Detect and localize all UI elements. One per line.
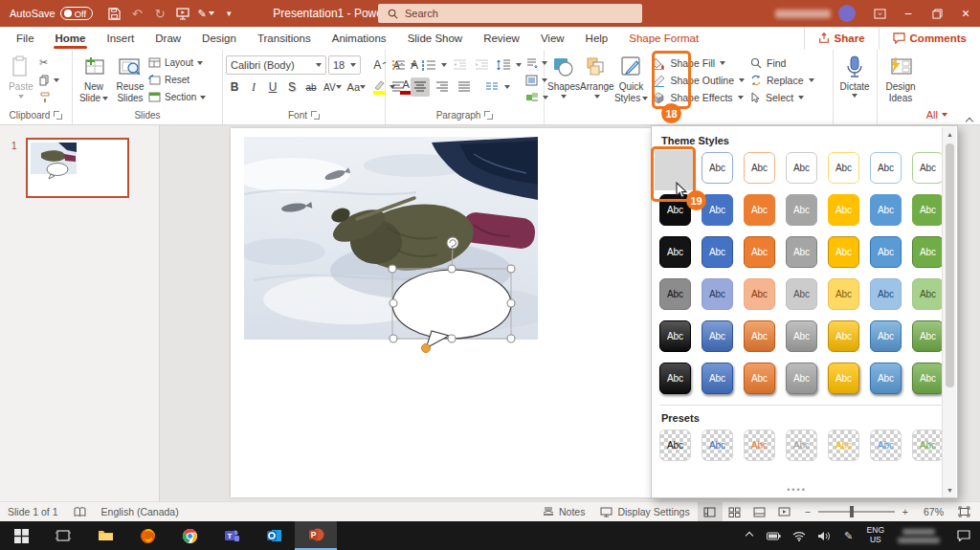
line-spacing-button[interactable]: [494, 55, 513, 75]
slide-sorter-view-button[interactable]: [723, 502, 747, 522]
pen-tool-button[interactable]: ✎: [194, 0, 217, 27]
slide-thumbnail[interactable]: [26, 138, 129, 198]
spell-check-button[interactable]: [66, 502, 94, 521]
theme-style-swatch[interactable]: Abc: [786, 320, 817, 352]
bullets-button[interactable]: [389, 55, 408, 75]
gallery-filter-all[interactable]: All: [926, 109, 947, 121]
task-view-button[interactable]: [42, 521, 84, 550]
theme-style-swatch[interactable]: Abc: [744, 194, 775, 226]
tab-draw[interactable]: Draw: [145, 27, 191, 50]
slideshow-view-button[interactable]: [772, 502, 797, 522]
notes-button[interactable]: Notes: [535, 506, 592, 517]
slide-count[interactable]: Slide 1 of 1: [0, 502, 66, 521]
theme-style-swatch[interactable]: Abc: [828, 236, 859, 268]
ribbon-display-options-button[interactable]: [865, 0, 894, 27]
new-slide-button[interactable]: New Slide: [76, 52, 112, 107]
close-button[interactable]: ×: [951, 0, 980, 27]
start-from-beginning-button[interactable]: [171, 0, 194, 27]
tab-insert[interactable]: Insert: [96, 27, 145, 50]
comments-button[interactable]: Comments: [879, 27, 980, 50]
scroll-down-button[interactable]: ▼: [944, 484, 956, 496]
font-size-combo[interactable]: 18: [328, 55, 361, 75]
theme-style-swatch[interactable]: Abc: [828, 194, 859, 226]
theme-style-swatch[interactable]: Abc: [828, 363, 859, 394]
quick-styles-button[interactable]: Quick Styles: [614, 52, 649, 107]
theme-style-swatch[interactable]: Abc: [870, 320, 902, 352]
theme-style-swatch[interactable]: Abc: [870, 278, 902, 310]
fit-to-window-button[interactable]: [951, 502, 976, 522]
preset-style-swatch[interactable]: Abc: [828, 429, 859, 461]
tab-home[interactable]: Home: [45, 27, 97, 50]
normal-view-button[interactable]: [698, 502, 723, 522]
theme-style-swatch[interactable]: Abc: [786, 152, 817, 184]
preset-style-swatch[interactable]: Abc: [702, 429, 733, 461]
battery-icon[interactable]: [762, 521, 787, 550]
minimize-button[interactable]: –: [894, 0, 923, 27]
volume-icon[interactable]: [812, 521, 836, 550]
font-family-combo[interactable]: Calibri (Body): [226, 55, 326, 75]
italic-button[interactable]: I: [245, 77, 262, 97]
numbering-button[interactable]: [419, 55, 438, 75]
language-indicator[interactable]: ENG US: [861, 526, 890, 545]
tab-transitions[interactable]: Transitions: [247, 27, 322, 50]
tab-animations[interactable]: Animations: [322, 27, 397, 50]
select-button[interactable]: Select: [750, 90, 814, 105]
preset-style-swatch[interactable]: Abc: [744, 429, 775, 461]
section-button[interactable]: Section: [148, 90, 206, 104]
font-dialog-launcher[interactable]: [311, 111, 320, 120]
theme-style-swatch[interactable]: Abc: [912, 363, 944, 394]
replace-button[interactable]: Replace: [750, 73, 814, 88]
theme-style-swatch[interactable]: Abc: [702, 320, 733, 352]
theme-style-swatch[interactable]: Abc: [870, 194, 902, 226]
chrome-button[interactable]: [168, 521, 211, 550]
zoom-out-button[interactable]: −: [797, 506, 813, 517]
theme-style-swatch[interactable]: Abc: [912, 194, 944, 226]
dictate-button[interactable]: Dictate: [836, 52, 873, 107]
align-right-button[interactable]: [433, 77, 452, 97]
preset-style-swatch[interactable]: Abc: [870, 429, 902, 461]
action-center-button[interactable]: [947, 521, 980, 550]
snow-photo[interactable]: [244, 137, 538, 340]
layout-button[interactable]: Layout: [148, 55, 206, 70]
tab-help[interactable]: Help: [575, 27, 619, 50]
strikethrough-button[interactable]: ab: [302, 77, 320, 97]
file-explorer-button[interactable]: [84, 521, 126, 550]
theme-style-swatch[interactable]: Abc: [702, 363, 733, 394]
theme-style-swatch[interactable]: Abc: [744, 152, 775, 184]
pen-tray-icon[interactable]: ✎: [836, 521, 861, 550]
save-button[interactable]: [102, 0, 125, 27]
tab-design[interactable]: Design: [191, 27, 247, 50]
theme-style-swatch[interactable]: Abc: [786, 278, 817, 310]
theme-style-swatch[interactable]: Abc: [912, 320, 944, 352]
theme-style-swatch[interactable]: Abc: [786, 236, 817, 268]
share-button[interactable]: Share: [804, 27, 879, 50]
display-settings-button[interactable]: Display Settings: [592, 506, 697, 517]
theme-style-swatch[interactable]: Abc: [659, 278, 691, 310]
change-case-button[interactable]: Aa: [345, 77, 368, 97]
align-left-button[interactable]: [389, 77, 408, 97]
theme-style-swatch[interactable]: Abc: [659, 236, 691, 268]
theme-style-swatch[interactable]: Abc: [786, 363, 817, 394]
preset-style-swatch[interactable]: Abc: [786, 429, 817, 461]
tab-file[interactable]: File: [6, 27, 45, 50]
zoom-slider[interactable]: [818, 511, 895, 513]
autosave-control[interactable]: AutoSave Off: [10, 7, 93, 20]
scrollbar-thumb[interactable]: [946, 143, 954, 387]
tray-expand-button[interactable]: [737, 521, 762, 550]
customize-qat-button[interactable]: ▾: [217, 0, 240, 27]
find-button[interactable]: Find: [750, 55, 814, 71]
theme-style-swatch[interactable]: Abc: [786, 194, 817, 226]
gallery-scrollbar[interactable]: ▲ ▼: [942, 127, 956, 497]
tab-slide-show[interactable]: Slide Show: [397, 27, 474, 50]
underline-button[interactable]: U: [264, 77, 281, 97]
theme-style-swatch[interactable]: Abc: [659, 320, 691, 352]
outlook-button[interactable]: [253, 521, 295, 550]
start-button[interactable]: [0, 521, 42, 550]
restore-button[interactable]: [923, 0, 951, 27]
autosave-toggle[interactable]: Off: [60, 7, 94, 20]
theme-style-swatch[interactable]: Abc: [828, 320, 859, 352]
cut-button[interactable]: ✂: [39, 55, 59, 70]
search-box[interactable]: Search: [378, 4, 642, 23]
gallery-resize-handle[interactable]: ••••: [652, 485, 942, 495]
theme-style-swatch[interactable]: Abc: [828, 278, 859, 310]
